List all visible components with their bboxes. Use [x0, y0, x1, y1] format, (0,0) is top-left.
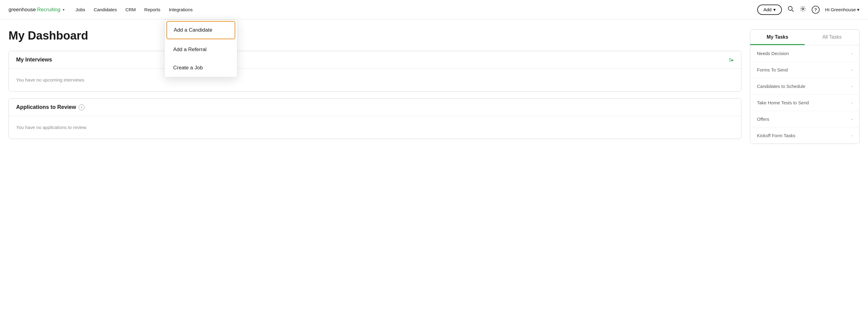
- task-label: Kickoff Form Tasks: [757, 133, 795, 138]
- main-layout: My Dashboard My Interviews S▸ You have n…: [0, 20, 868, 146]
- interviews-body: You have no upcoming interviews.: [9, 69, 741, 91]
- nav-reports[interactable]: Reports: [144, 7, 160, 12]
- task-row[interactable]: Needs Decision -: [750, 45, 859, 62]
- task-row[interactable]: Forms To Send -: [750, 62, 859, 78]
- applications-title: Applications to Review i: [16, 104, 85, 110]
- interviews-section: My Interviews S▸ You have no upcoming in…: [8, 51, 741, 92]
- create-job-label: Create a Job: [173, 65, 203, 71]
- help-icon[interactable]: ?: [812, 6, 819, 14]
- task-value: -: [851, 84, 852, 89]
- task-label: Take Home Tests to Send: [757, 100, 809, 105]
- interviews-empty-text: You have no upcoming interviews.: [16, 77, 85, 82]
- applications-header: Applications to Review i: [9, 99, 741, 116]
- left-content: My Dashboard My Interviews S▸ You have n…: [8, 29, 741, 146]
- tab-all-tasks[interactable]: All Tasks: [805, 30, 859, 45]
- settings-icon[interactable]: [800, 5, 806, 14]
- brand-chevron-icon: ▾: [63, 8, 64, 12]
- dropdown-add-candidate[interactable]: Add a Candidate: [166, 21, 235, 39]
- dropdown-add-referral[interactable]: Add a Referral: [165, 40, 237, 59]
- nav-right: Add ▾ ? Hi Greenhouse ▾: [757, 5, 860, 15]
- applications-body: You have no applications to review.: [9, 116, 741, 139]
- right-sidebar: My Tasks All Tasks Needs Decision - Form…: [750, 29, 860, 146]
- add-button[interactable]: Add ▾: [757, 5, 782, 15]
- tasks-tabs: My Tasks All Tasks: [750, 30, 859, 45]
- search-icon[interactable]: [787, 5, 794, 14]
- task-value: -: [851, 51, 852, 56]
- interviews-link[interactable]: S▸: [729, 58, 734, 62]
- task-value: -: [851, 67, 852, 72]
- task-value: -: [851, 133, 852, 138]
- brand-logo[interactable]: greenhouse Recruiting ▾: [8, 7, 64, 13]
- nav-integrations[interactable]: Integrations: [169, 7, 193, 12]
- tab-my-tasks[interactable]: My Tasks: [750, 30, 805, 45]
- add-button-label: Add: [763, 7, 772, 12]
- task-label: Needs Decision: [757, 51, 789, 56]
- task-row[interactable]: Kickoff Form Tasks -: [750, 128, 859, 143]
- applications-info-icon[interactable]: i: [79, 104, 85, 110]
- dropdown-create-job[interactable]: Create a Job: [165, 59, 237, 77]
- interviews-title: My Interviews: [16, 57, 52, 63]
- tasks-card: My Tasks All Tasks Needs Decision - Form…: [750, 29, 860, 144]
- dropdown-menu: Add a Candidate Add a Referral Create a …: [164, 20, 238, 77]
- page-title: My Dashboard: [8, 29, 741, 42]
- brand-greenhouse-text: greenhouse: [8, 7, 36, 13]
- nav-candidates[interactable]: Candidates: [94, 7, 117, 12]
- nav-crm[interactable]: CRM: [125, 7, 136, 12]
- task-row[interactable]: Candidates to Schedule -: [750, 78, 859, 95]
- task-row[interactable]: Take Home Tests to Send -: [750, 95, 859, 111]
- interviews-header: My Interviews S▸: [9, 51, 741, 69]
- navbar: greenhouse Recruiting ▾ Jobs Candidates …: [0, 0, 868, 20]
- tasks-list: Needs Decision - Forms To Send - Candida…: [750, 45, 859, 143]
- applications-empty-text: You have no applications to review.: [16, 125, 87, 130]
- user-label: Hi Greenhouse: [825, 7, 856, 12]
- task-label: Candidates to Schedule: [757, 84, 805, 89]
- task-value: -: [851, 116, 852, 122]
- nav-jobs[interactable]: Jobs: [75, 7, 85, 12]
- task-label: Offers: [757, 116, 769, 122]
- task-label: Forms To Send: [757, 67, 788, 72]
- svg-point-2: [802, 8, 804, 10]
- task-row[interactable]: Offers -: [750, 111, 859, 128]
- task-value: -: [851, 100, 852, 105]
- user-menu[interactable]: Hi Greenhouse ▾: [825, 7, 860, 12]
- user-chevron-icon: ▾: [857, 7, 860, 12]
- add-referral-label: Add a Referral: [173, 46, 207, 52]
- add-candidate-label: Add a Candidate: [174, 27, 212, 33]
- add-button-chevron-icon: ▾: [773, 7, 776, 12]
- nav-links: Jobs Candidates CRM Reports Integrations: [75, 7, 757, 12]
- add-dropdown: Add a Candidate Add a Referral Create a …: [164, 20, 238, 77]
- svg-line-1: [792, 10, 794, 12]
- brand-recruiting-text: Recruiting: [37, 7, 61, 13]
- applications-section: Applications to Review i You have no app…: [8, 98, 741, 139]
